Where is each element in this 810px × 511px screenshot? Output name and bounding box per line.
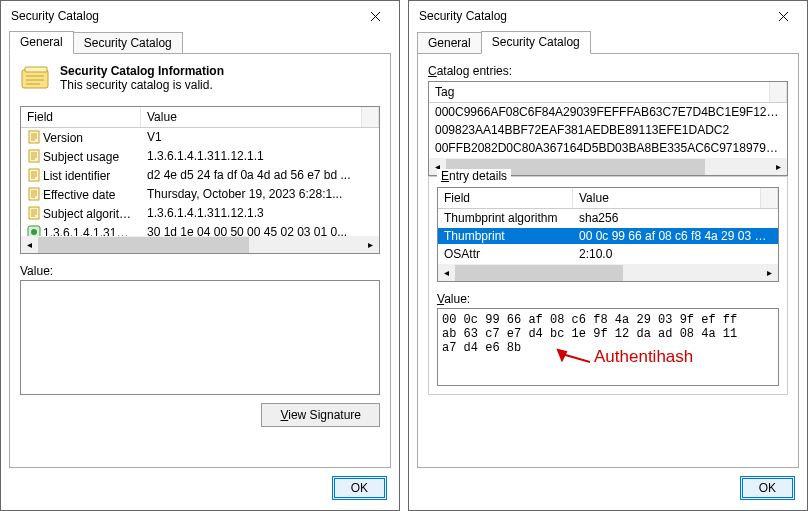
list-body: 000C9966AF08C6F84A29039FEFFFAB63C7E7D4BC… bbox=[429, 103, 787, 158]
svg-rect-5 bbox=[29, 188, 39, 200]
catalog-info-status: This security catalog is valid. bbox=[60, 78, 213, 92]
col-value[interactable]: Value bbox=[573, 188, 761, 208]
field-text: Subject usage bbox=[43, 150, 119, 164]
list-body: Thumbprint algorithmsha256Thumbprint00 0… bbox=[438, 209, 778, 264]
catalog-info-text: Security Catalog Information This securi… bbox=[60, 64, 224, 96]
catalog-entries-label: Catalog entries: bbox=[428, 64, 788, 78]
tab-panel-catalog: Catalog entries: Tag 000C9966AF08C6F84A2… bbox=[417, 53, 799, 468]
list-item[interactable]: VersionV1 bbox=[21, 128, 379, 147]
extension-icon bbox=[27, 225, 41, 236]
scroll-right-button[interactable]: ▸ bbox=[362, 236, 379, 253]
view-signature-button[interactable]: View Signature bbox=[261, 403, 380, 427]
list-item[interactable]: 00FFB2082D0C80A367164D5BD03BA8BE335AC6C9… bbox=[429, 139, 787, 157]
list-item[interactable]: List identifierd2 4e d5 24 fa df 0a 4d a… bbox=[21, 166, 379, 185]
tab-panel-general: Security Catalog Information This securi… bbox=[9, 53, 391, 468]
entry-details-group: Entry details Field Value Thumbprint alg… bbox=[428, 176, 788, 395]
list-item[interactable]: Thumbprint00 0c 99 66 af 08 c6 f8 4a 29 … bbox=[438, 227, 778, 245]
svg-rect-6 bbox=[29, 207, 39, 219]
list-item[interactable]: 000C9966AF08C6F84A29039FEFFFAB63C7E7D4BC… bbox=[429, 103, 787, 121]
list-header: Field Value bbox=[438, 188, 778, 209]
field-text: List identifier bbox=[43, 169, 110, 183]
value-text: Thursday, October 19, 2023 6:28:1... bbox=[141, 186, 379, 203]
field-text: 1.3.6.1.4.1.311.12... bbox=[43, 226, 141, 236]
svg-point-8 bbox=[31, 229, 37, 235]
close-icon bbox=[778, 11, 789, 22]
list-body: VersionV1Subject usage1.3.6.1.4.1.311.12… bbox=[21, 128, 379, 236]
col-field[interactable]: Field bbox=[21, 107, 141, 127]
field-text: Effective date bbox=[43, 188, 116, 202]
scroll-left-button[interactable]: ◂ bbox=[438, 264, 455, 281]
svg-rect-1 bbox=[25, 67, 47, 72]
list-item[interactable]: 1.3.6.1.4.1.311.12...30 1d 1e 04 00 50 0… bbox=[21, 223, 379, 236]
tag-text: 00FFB2082D0C80A367164D5BD03BA8BE335AC6C9… bbox=[429, 140, 787, 156]
col-tag[interactable]: Tag bbox=[429, 82, 770, 102]
field-text: Thumbprint algorithm bbox=[438, 210, 573, 226]
value-text: 1.3.6.1.4.1.311.12.1.1 bbox=[141, 148, 379, 165]
tab-security-catalog[interactable]: Security Catalog bbox=[73, 32, 183, 54]
list-item[interactable]: 009823AA14BBF72EAF381AEDBE89113EFE1DADC2 bbox=[429, 121, 787, 139]
tab-general[interactable]: General bbox=[417, 32, 482, 54]
col-spacer bbox=[362, 107, 379, 127]
svg-rect-2 bbox=[29, 131, 39, 143]
value-box[interactable] bbox=[20, 280, 380, 395]
catalog-info: Security Catalog Information This securi… bbox=[20, 64, 380, 96]
entry-details-legend: Entry details bbox=[437, 169, 511, 183]
value-text: 30 1d 1e 04 00 50 00 45 02 03 01 0... bbox=[141, 224, 379, 236]
scroll-right-button[interactable]: ▸ bbox=[770, 158, 787, 175]
entry-details-list[interactable]: Field Value Thumbprint algorithmsha256Th… bbox=[437, 187, 779, 282]
col-spacer bbox=[770, 82, 787, 102]
value-label: Value: bbox=[20, 264, 380, 278]
list-header: Field Value bbox=[21, 107, 379, 128]
list-item[interactable]: Thumbprint algorithmsha256 bbox=[438, 209, 778, 227]
catalog-info-heading: Security Catalog Information bbox=[60, 64, 224, 78]
value-text: 2:10.0 bbox=[573, 246, 778, 262]
tag-text: 009823AA14BBF72EAF381AEDBE89113EFE1DADC2 bbox=[429, 122, 787, 138]
value-box[interactable]: 00 0c 99 66 af 08 c6 f8 4a 29 03 9f ef f… bbox=[437, 308, 779, 386]
value-text: V1 bbox=[141, 129, 379, 146]
window-title: Security Catalog bbox=[419, 9, 767, 23]
page-icon bbox=[27, 149, 41, 163]
list-item[interactable]: Effective dateThursday, October 19, 2023… bbox=[21, 185, 379, 204]
col-field[interactable]: Field bbox=[438, 188, 573, 208]
tag-text: 000C9966AF08C6F84A29039FEFFFAB63C7E7D4BC… bbox=[429, 104, 787, 120]
svg-rect-4 bbox=[29, 169, 39, 181]
field-text: Subject algorithm bbox=[43, 207, 136, 221]
list-item[interactable]: Subject algorithm1.3.6.1.4.1.311.12.1.3 bbox=[21, 204, 379, 223]
close-button[interactable] bbox=[767, 4, 799, 28]
horizontal-scrollbar[interactable]: ◂ ▸ bbox=[21, 236, 379, 253]
scroll-right-button[interactable]: ▸ bbox=[761, 264, 778, 281]
col-spacer bbox=[761, 188, 778, 208]
field-text: Thumbprint bbox=[438, 228, 573, 244]
list-header: Tag bbox=[429, 82, 787, 103]
window-title: Security Catalog bbox=[11, 9, 359, 23]
list-item[interactable]: OSAttr2:10.0 bbox=[438, 245, 778, 263]
col-value[interactable]: Value bbox=[141, 107, 362, 127]
tab-strip: General Security Catalog bbox=[1, 31, 399, 53]
tab-strip: General Security Catalog bbox=[409, 31, 807, 53]
tab-security-catalog[interactable]: Security Catalog bbox=[481, 31, 591, 54]
dialog-security-catalog-general: Security Catalog General Security Catalo… bbox=[0, 0, 400, 511]
titlebar[interactable]: Security Catalog bbox=[409, 1, 807, 31]
scroll-left-button[interactable]: ◂ bbox=[21, 236, 38, 253]
value-text: sha256 bbox=[573, 210, 778, 226]
value-text: d2 4e d5 24 fa df 0a 4d ad 56 e7 bd ... bbox=[141, 167, 379, 184]
titlebar[interactable]: Security Catalog bbox=[1, 1, 399, 31]
value-text: 00 0c 99 66 af 08 c6 f8 4a 29 03 9f ... bbox=[573, 228, 778, 244]
ok-button[interactable]: OK bbox=[332, 476, 387, 500]
tab-general[interactable]: General bbox=[9, 31, 74, 54]
value-hex-text: 00 0c 99 66 af 08 c6 f8 4a 29 03 9f ef f… bbox=[442, 313, 774, 355]
field-text: Version bbox=[43, 131, 83, 145]
ok-button[interactable]: OK bbox=[740, 476, 795, 500]
svg-rect-0 bbox=[22, 70, 48, 88]
page-icon bbox=[27, 206, 41, 220]
page-icon bbox=[27, 187, 41, 201]
field-text: OSAttr bbox=[438, 246, 573, 262]
horizontal-scrollbar[interactable]: ◂ ▸ bbox=[438, 264, 778, 281]
page-icon bbox=[27, 130, 41, 144]
close-button[interactable] bbox=[359, 4, 391, 28]
svg-rect-3 bbox=[29, 150, 39, 162]
catalog-entries-list[interactable]: Tag 000C9966AF08C6F84A29039FEFFFAB63C7E7… bbox=[428, 81, 788, 176]
catalog-info-icon bbox=[20, 64, 52, 96]
field-value-list[interactable]: Field Value VersionV1Subject usage1.3.6.… bbox=[20, 106, 380, 254]
list-item[interactable]: Subject usage1.3.6.1.4.1.311.12.1.1 bbox=[21, 147, 379, 166]
